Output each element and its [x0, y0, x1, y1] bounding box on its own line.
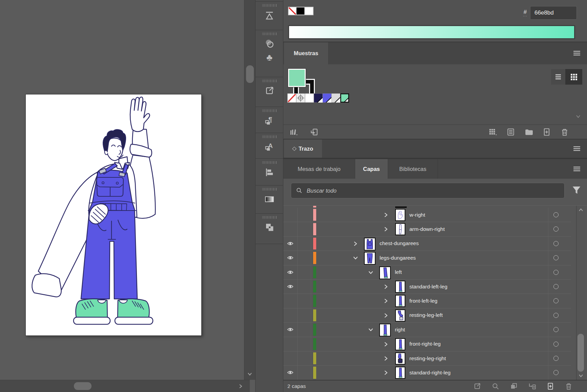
- lock-cell[interactable]: [298, 294, 311, 308]
- delete-swatch-icon[interactable]: [560, 128, 569, 136]
- expand-chevron-icon[interactable]: [353, 241, 358, 246]
- quick-color-swatches[interactable]: [288, 7, 313, 15]
- new-layer-icon[interactable]: [546, 382, 554, 390]
- expand-chevron-icon[interactable]: [383, 313, 389, 318]
- target-circle[interactable]: [553, 313, 559, 318]
- layer-thumbnail[interactable]: [395, 209, 405, 221]
- swatch-scroll-down-icon[interactable]: [575, 113, 582, 120]
- transparency-icon[interactable]: [264, 39, 275, 49]
- visibility-cell[interactable]: [283, 294, 298, 308]
- color-swatch[interactable]: [331, 93, 340, 103]
- layer-name[interactable]: right: [395, 323, 405, 336]
- target-circle[interactable]: [553, 342, 559, 347]
- character-styles-icon[interactable]: A: [264, 141, 275, 152]
- layer-name[interactable]: standard-right-leg: [409, 366, 450, 379]
- layer-name[interactable]: front-right-leg: [409, 337, 441, 351]
- search-input[interactable]: Buscar todo: [291, 183, 565, 198]
- visibility-cell[interactable]: [283, 323, 298, 336]
- gradient-preview-bar[interactable]: [288, 25, 575, 39]
- lock-cell[interactable]: [298, 265, 311, 279]
- new-swatch-icon[interactable]: [542, 128, 551, 136]
- visibility-cell[interactable]: [283, 280, 298, 293]
- layer-row-front-left-leg[interactable]: front-left-leg: [283, 294, 571, 308]
- grid-view-toggle[interactable]: [565, 69, 582, 85]
- lock-cell[interactable]: [298, 251, 311, 265]
- tab-muestras[interactable]: Muestras: [284, 42, 328, 64]
- scroll-down-icon[interactable]: [246, 371, 253, 377]
- layer-row-standard-right-leg[interactable]: standard-right-leg: [283, 366, 571, 380]
- locate-object-icon[interactable]: [491, 382, 500, 390]
- dock-panel-button[interactable]: A: [256, 133, 283, 158]
- layer-row-legs-dungarees[interactable]: legs-dungarees: [283, 251, 571, 265]
- canvas-vertical-scrollbar[interactable]: [244, 0, 255, 380]
- eye-icon[interactable]: [287, 269, 294, 276]
- paragraph-styles-icon[interactable]: ¶: [264, 115, 275, 126]
- target-circle[interactable]: [553, 327, 559, 332]
- layer-row-arm-down-right[interactable]: arm-down-right: [283, 222, 571, 236]
- grip-dots[interactable]: [262, 32, 277, 35]
- new-sublayer-icon[interactable]: [528, 382, 536, 390]
- dock-panel-button[interactable]: ¶: [256, 107, 283, 133]
- grip-dots[interactable]: [262, 80, 277, 82]
- lock-cell[interactable]: [298, 323, 311, 336]
- layer-row-left[interactable]: left: [283, 265, 571, 280]
- dock-panel-button[interactable]: [256, 158, 283, 185]
- list-view-menu-icon[interactable]: [506, 128, 515, 136]
- eye-icon[interactable]: [287, 254, 294, 261]
- delete-layer-icon[interactable]: [565, 382, 573, 390]
- layer-name[interactable]: arm-down-right: [409, 222, 445, 236]
- layer-thumbnail[interactable]: [395, 367, 405, 379]
- canvas-area[interactable]: [0, 0, 244, 380]
- layer-thumbnail[interactable]: [395, 309, 405, 322]
- dock-panel-button[interactable]: [256, 1, 283, 30]
- eye-icon[interactable]: [287, 326, 294, 333]
- scroll-right-icon[interactable]: [237, 383, 244, 390]
- lock-cell[interactable]: [298, 308, 311, 322]
- lock-cell[interactable]: [298, 280, 311, 293]
- lock-cell[interactable]: [298, 222, 311, 236]
- layer-row-resting-leg-left[interactable]: resting-leg-left: [283, 308, 571, 323]
- registration-swatch[interactable]: [296, 93, 305, 103]
- none-swatch[interactable]: [287, 93, 296, 103]
- layer-row-right[interactable]: right: [283, 323, 571, 337]
- color-swatch[interactable]: [340, 93, 349, 103]
- expand-chevron-icon[interactable]: [383, 370, 389, 375]
- swatch-libraries-icon[interactable]: [289, 128, 298, 136]
- target-circle[interactable]: [553, 241, 559, 246]
- tab-trazo[interactable]: Trazo: [284, 139, 322, 158]
- grip-dots[interactable]: [262, 188, 277, 191]
- expand-chevron-icon[interactable]: [383, 342, 389, 347]
- tab-capas[interactable]: Capas: [355, 159, 388, 179]
- color-swatch[interactable]: [305, 93, 314, 103]
- target-circle[interactable]: [553, 298, 559, 303]
- target-circle[interactable]: [553, 270, 559, 275]
- grip-dots[interactable]: [262, 216, 277, 219]
- asset-export-icon[interactable]: [264, 86, 275, 96]
- expand-chevron-icon[interactable]: [383, 298, 389, 304]
- layer-thumbnail[interactable]: [395, 281, 405, 293]
- color-swatch[interactable]: [314, 93, 323, 103]
- vertical-scroll-thumb[interactable]: [246, 65, 254, 83]
- layers-scroll-down-icon[interactable]: [578, 372, 584, 379]
- layer-name[interactable]: front-left-leg: [409, 294, 438, 308]
- visibility-cell[interactable]: [283, 265, 298, 279]
- eye-icon[interactable]: [287, 240, 294, 247]
- symbols-icon[interactable]: ♣: [264, 52, 275, 62]
- stroke-panel-menu-icon[interactable]: [572, 145, 582, 152]
- filter-icon[interactable]: [571, 185, 582, 196]
- dock-panel-button[interactable]: ♣: [256, 30, 283, 77]
- visibility-cell[interactable]: [283, 237, 298, 251]
- panel-menu-icon[interactable]: [572, 49, 582, 57]
- align-icon[interactable]: [264, 167, 275, 177]
- grip-dots[interactable]: [262, 135, 277, 138]
- layer-name[interactable]: left: [395, 265, 402, 279]
- layers-scroll-thumb[interactable]: [578, 334, 584, 372]
- target-circle[interactable]: [553, 255, 559, 260]
- layer-row-standard-left-leg[interactable]: standard-left-leg: [283, 280, 571, 294]
- layers-scrollbar[interactable]: [576, 206, 585, 380]
- lock-cell[interactable]: [298, 366, 311, 379]
- lock-cell[interactable]: [298, 337, 311, 351]
- swatch-themes-icon[interactable]: [310, 128, 319, 136]
- dock-panel-button[interactable]: [256, 185, 283, 213]
- visibility-cell[interactable]: [283, 251, 298, 265]
